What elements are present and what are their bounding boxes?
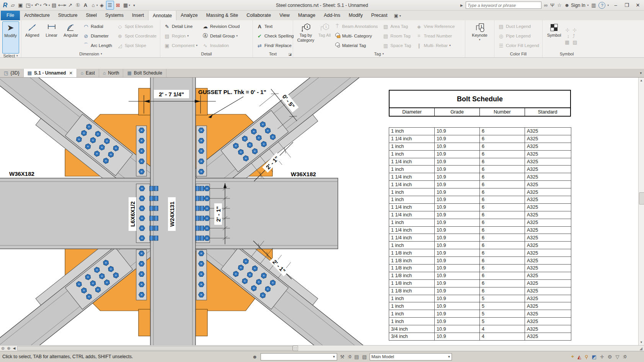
ribbon-tab-manage[interactable]: Manage [294, 10, 320, 20]
redo-caret-icon[interactable]: ▾ [49, 4, 50, 7]
schedule-cell[interactable]: A325 [525, 272, 571, 279]
schedule-column-diameter[interactable]: Diameter [390, 108, 435, 116]
stair-tread-icon[interactable]: ⊹ [572, 27, 577, 33]
print-icon[interactable]: ▤ [51, 1, 58, 9]
schedule-cell[interactable]: A325 [525, 279, 571, 287]
radial-button[interactable]: ◠Radial [81, 22, 114, 31]
schedule-cell[interactable]: 1 1/4 inch [389, 173, 435, 181]
schedule-cell[interactable]: A325 [525, 150, 571, 158]
view-split-grip[interactable]: ∷ [293, 346, 298, 351]
schedule-cell[interactable]: 1 inch [389, 295, 435, 302]
schedule-cell[interactable]: 1 inch [389, 196, 435, 204]
duct-legend-button[interactable]: ▤Duct Legend [496, 22, 541, 31]
spot-coordinate-button[interactable]: ⊕Spot Coordinate [115, 31, 158, 41]
tread-number-button[interactable]: ⌗Tread Number [414, 31, 457, 41]
symbol-button[interactable]: Symbol [544, 21, 564, 50]
text-panel-launcher-icon[interactable]: ◪ [288, 52, 292, 56]
stair-path-icon[interactable]: ⊹ [565, 27, 569, 33]
search-input[interactable] [466, 2, 541, 9]
schedule-cell[interactable]: A325 [525, 211, 571, 219]
schedule-cell[interactable]: 1 1/4 inch [389, 135, 435, 143]
view-tab--3d-[interactable]: ◳{3D} [0, 69, 24, 77]
close-view-icon[interactable]: ✕ [69, 71, 72, 76]
help-caret-icon[interactable]: ▾ [607, 4, 609, 7]
schedule-cell[interactable]: 1 1/8 inch [389, 257, 435, 265]
sheet-drawing[interactable]: 2' - 7 1/4" GUSSET PL. Thk = 0' - 1" 0' … [0, 78, 387, 345]
schedule-cell[interactable]: 6 [480, 181, 525, 188]
tag-by-category-button[interactable]: 1 Tag by Category [295, 21, 317, 50]
schedule-cell[interactable]: 10.9 [435, 128, 480, 135]
view-tab-overflow-icon[interactable]: ▾ [637, 69, 644, 77]
sync-caret-icon[interactable]: ▾ [31, 4, 33, 7]
find-replace-button[interactable]: ⇄Find/ Replace [254, 41, 296, 50]
schedule-cell[interactable]: 5 [480, 302, 525, 310]
pipe-legend-button[interactable]: ◎Pipe Legend [496, 31, 541, 41]
schedule-row[interactable]: 1 1/4 inch10.96A325 [389, 135, 571, 143]
schedule-cell[interactable]: 1 inch [389, 318, 435, 325]
sign-in-button[interactable]: ☻Sign In [564, 2, 585, 8]
sign-in-caret-icon[interactable]: ▾ [587, 4, 589, 7]
schedule-cell[interactable]: 1 inch [389, 310, 435, 318]
ribbon-tab-steel[interactable]: Steel [82, 10, 101, 20]
schedule-cell[interactable]: 1 inch [389, 242, 435, 249]
schedule-row[interactable]: 1 1/8 inch10.96A325 [389, 249, 571, 257]
schedule-cell[interactable]: 10.9 [435, 310, 480, 318]
schedule-cell[interactable]: 1 1/4 inch [389, 211, 435, 219]
revision-cloud-button[interactable]: ☁Revision Cloud [200, 22, 241, 31]
collapse-search-icon[interactable]: ▶ [460, 3, 463, 7]
view-tab-s-1-unnamed[interactable]: ▤S.1 - Unnamed✕ [24, 69, 77, 77]
schedule-column-standard[interactable]: Standard [525, 108, 570, 116]
schedule-cell[interactable]: 10.9 [435, 249, 480, 257]
schedule-cell[interactable]: 6 [480, 242, 525, 249]
schedule-cell[interactable]: 10.9 [435, 188, 480, 196]
schedule-row[interactable]: 1 1/4 inch10.96A325 [389, 203, 571, 211]
schedule-row[interactable]: 1 1/8 inch10.96A325 [389, 257, 571, 265]
schedule-cell[interactable]: 6 [480, 279, 525, 287]
schedule-cell[interactable]: 3/4 inch [389, 333, 435, 341]
schedule-cell[interactable]: 10.9 [435, 219, 480, 226]
thin-lines-icon[interactable]: ☰ [106, 1, 114, 10]
schedule-cell[interactable]: 10.9 [435, 318, 480, 325]
dimension-panel-label[interactable]: Dimension▾ [21, 50, 160, 57]
schedule-row[interactable]: 1 inch10.95A325 [389, 302, 571, 310]
tag-by-category-qat-icon[interactable]: ① [74, 1, 82, 9]
detail-line-button[interactable]: ✎Detail Line [162, 22, 199, 31]
select-links-icon[interactable]: ⌖ [571, 354, 574, 360]
schedule-cell[interactable]: A325 [525, 310, 571, 318]
communication-center-icon[interactable]: Ψ [550, 2, 554, 8]
schedule-cell[interactable]: A325 [525, 333, 571, 341]
revit-logo-icon[interactable]: R [2, 1, 9, 9]
ribbon-tab-annotate[interactable]: Annotate [148, 10, 176, 20]
gusset-plate-label[interactable]: GUSSET PL. Thk = 0' - 1" [198, 89, 266, 118]
text-button[interactable]: AText [254, 22, 296, 31]
schedule-cell[interactable]: 10.9 [435, 257, 480, 265]
angular-button[interactable]: Angular [62, 21, 80, 50]
schedule-cell[interactable]: 4 [480, 333, 525, 341]
bolt-schedule-title[interactable]: Bolt Schedule [389, 90, 571, 108]
region-button[interactable]: ▨Region▾ [162, 31, 199, 41]
schedule-cell[interactable]: 6 [480, 196, 525, 204]
ribbon-tab-modify[interactable]: Modify [344, 10, 367, 20]
schedule-cell[interactable]: 1 1/8 inch [389, 287, 435, 295]
schedule-cell[interactable]: 3/4 inch [389, 325, 435, 333]
schedule-cell[interactable]: A325 [525, 143, 571, 150]
aligned-button[interactable]: Aligned [23, 21, 41, 50]
insulation-button[interactable]: ∿Insulation [200, 41, 241, 50]
scroll-up-icon[interactable]: ▲ [639, 78, 644, 83]
help-icon[interactable]: ? [598, 2, 605, 9]
vertical-scroll-thumb[interactable] [639, 192, 644, 205]
app-store-cart-icon[interactable]: ▥ [591, 2, 596, 8]
schedule-cell[interactable]: 1 inch [389, 302, 435, 310]
beam-label-right[interactable]: W36X182 [291, 171, 316, 177]
steering-wheel-icon[interactable]: ⊚ [0, 346, 6, 351]
design-option-select[interactable]: Main Model▼ [370, 353, 452, 360]
modify-button[interactable]: ➤ Modify [2, 21, 19, 54]
schedule-cell[interactable]: 10.9 [435, 325, 480, 333]
select-underlay-icon[interactable]: ◭ [577, 354, 581, 360]
schedule-cell[interactable]: 10.9 [435, 196, 480, 204]
schedule-cell[interactable]: A325 [525, 249, 571, 257]
redo-icon[interactable]: ↷ [42, 1, 49, 9]
schedule-cell[interactable]: A325 [525, 287, 571, 295]
schedule-cell[interactable]: 1 1/4 inch [389, 181, 435, 188]
schedule-cell[interactable]: A325 [525, 325, 571, 333]
